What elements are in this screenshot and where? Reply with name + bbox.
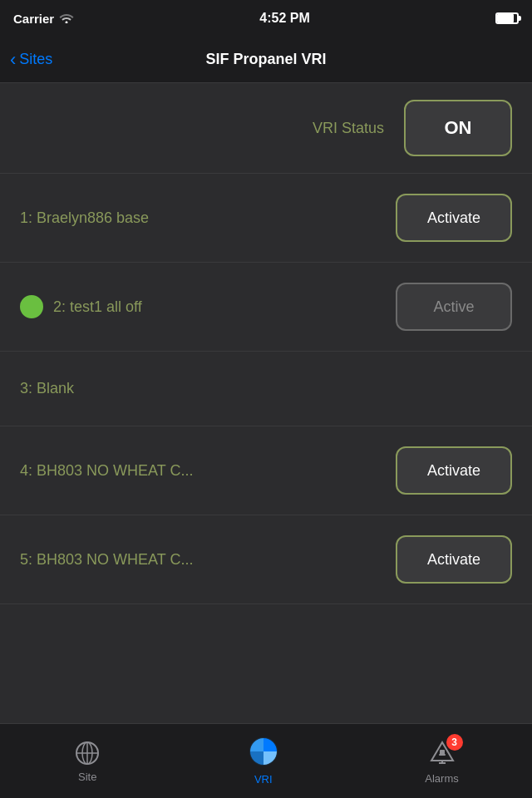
carrier-label: Carrier [13, 12, 54, 26]
program-button-2[interactable]: Active [396, 283, 512, 331]
program-left-2: 2: test1 all off [20, 295, 142, 318]
program-left-4: 4: BH803 NO WHEAT C... [20, 462, 193, 480]
site-icon [73, 739, 101, 767]
chevron-left-icon: ‹ [10, 51, 16, 69]
program-row-5: 5: BH803 NO WHEAT C...Activate [0, 515, 532, 604]
nav-bar: ‹ Sites SIF Propanel VRI [0, 37, 532, 83]
page-title: SIF Propanel VRI [205, 51, 326, 68]
program-row-2: 2: test1 all offActive [0, 263, 532, 352]
active-indicator-2 [20, 295, 43, 318]
vri-icon-wrap [249, 736, 278, 770]
alarms-icon-wrap: 3 [428, 737, 456, 769]
program-name-4: 4: BH803 NO WHEAT C... [20, 462, 193, 480]
program-button-1[interactable]: Activate [396, 194, 512, 242]
program-row-1: 1: Braelyn886 baseActivate [0, 174, 532, 263]
status-bar: Carrier 4:52 PM [0, 0, 532, 37]
back-label: Sites [19, 51, 52, 68]
program-left-3: 3: Blank [20, 380, 74, 397]
vri-status-label: VRI Status [313, 120, 384, 137]
svg-rect-7 [440, 750, 445, 756]
program-left-1: 1: Braelyn886 base [20, 209, 149, 227]
program-left-5: 5: BH803 NO WHEAT C... [20, 551, 193, 569]
program-button-5[interactable]: Activate [396, 535, 512, 584]
program-button-4[interactable]: Activate [396, 446, 512, 495]
programs-list: 1: Braelyn886 baseActivate2: test1 all o… [0, 174, 532, 604]
program-name-2: 2: test1 all off [53, 298, 142, 316]
program-name-1: 1: Braelyn886 base [20, 209, 149, 227]
vri-status-row: VRI Status ON [0, 83, 532, 174]
tab-vri[interactable]: VRI [249, 736, 278, 786]
carrier-wifi: Carrier [13, 12, 74, 26]
alarms-badge: 3 [446, 734, 463, 751]
wifi-icon [59, 12, 74, 26]
battery-icon [495, 12, 519, 24]
status-time: 4:52 PM [259, 11, 309, 26]
tab-site-label: Site [78, 771, 96, 783]
program-row-4: 4: BH803 NO WHEAT C...Activate [0, 426, 532, 515]
tab-bar: Site VRI 3 Alarms [0, 723, 532, 798]
tab-site[interactable]: Site [73, 739, 101, 783]
program-name-3: 3: Blank [20, 380, 74, 397]
program-row-3: 3: Blank [0, 352, 532, 426]
tab-alarms-label: Alarms [425, 772, 458, 785]
program-name-5: 5: BH803 NO WHEAT C... [20, 551, 193, 569]
vri-on-button[interactable]: ON [404, 100, 512, 156]
back-button[interactable]: ‹ Sites [10, 51, 52, 69]
tab-alarms[interactable]: 3 Alarms [425, 737, 458, 785]
tab-vri-label: VRI [254, 773, 273, 786]
